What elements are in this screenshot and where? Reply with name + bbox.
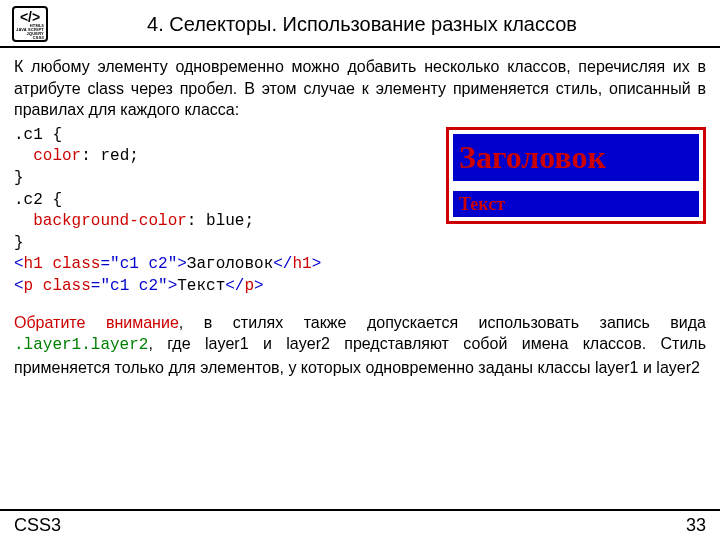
note-highlight: Обратите внимание <box>14 314 179 331</box>
slide-content: К любому элементу одновременно можно доб… <box>0 48 720 378</box>
page-number: 33 <box>686 515 706 536</box>
logo-line: CSS3 <box>16 36 44 40</box>
tech-logo: </> HTML5 JAVA SCRIPT JQUERY CSS3 <box>12 6 48 42</box>
code-brackets-icon: </> <box>16 10 44 24</box>
footer-topic: CSS3 <box>14 515 61 536</box>
example-heading: Заголовок <box>453 134 699 181</box>
code-area: .c1 { color: red; } .c2 { background-col… <box>14 125 706 298</box>
note-code: .layer1.layer2 <box>14 336 148 354</box>
rendered-example: Заголовок Текст <box>446 127 706 224</box>
example-text: Текст <box>453 191 699 217</box>
note-paragraph: Обратите внимание, в стилях также допуск… <box>14 312 706 379</box>
slide-header: </> HTML5 JAVA SCRIPT JQUERY CSS3 4. Сел… <box>0 0 720 48</box>
slide-footer: CSS3 33 <box>0 509 720 540</box>
intro-paragraph: К любому элементу одновременно можно доб… <box>14 56 706 121</box>
slide-title: 4. Селекторы. Использование разных класс… <box>56 13 708 36</box>
